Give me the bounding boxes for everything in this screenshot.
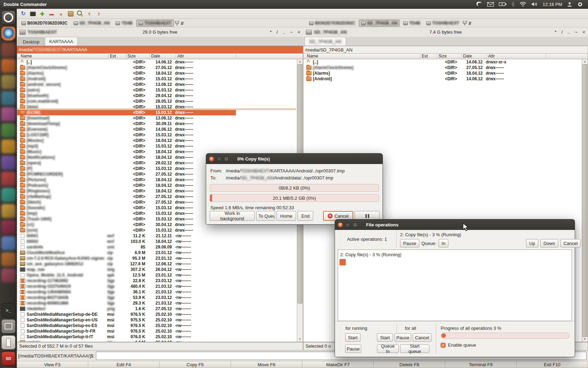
drive-button-td4b[interactable]: TD4B	[113, 20, 135, 27]
panel-shortcut[interactable]: *	[270, 29, 272, 35]
dialog-titlebar[interactable]: ✕ − ▢ File operations	[335, 219, 575, 230]
panel-shortcut[interactable]: /	[561, 29, 563, 35]
panel-shortcut[interactable]: <	[298, 29, 300, 35]
panel-shortcut[interactable]: ~	[575, 29, 578, 35]
ClockWorkModAce[interactable]: ClockWorkModAce zip 6.9 M 23.01.12 -rw--…	[17, 250, 297, 255]
down-button[interactable]: Down	[540, 239, 558, 247]
map_nav[interactable]: map_nav img 307.2 K 26.04.12 -rw-------	[17, 267, 297, 272]
add-icon[interactable]: ✚	[38, 9, 47, 18]
[Android][interactable]: [Android] <DIR> 14.06.12 drwx------	[303, 76, 582, 82]
app-launcher-icon[interactable]	[1, 75, 15, 89]
[Movies][interactable]: [Movies] <DIR> 18.04.12 drwx------	[17, 138, 297, 143]
end-button[interactable]: End	[298, 211, 313, 221]
maximize-icon[interactable]: ▢	[224, 156, 229, 162]
pause-running-button[interactable]: Pause	[345, 345, 361, 353]
user-menu-icon[interactable]	[567, 2, 572, 7]
SanDiskMediaManagerSetup-en-US[interactable]: SanDiskMediaManagerSetup-en-US msi 975.5…	[17, 317, 297, 323]
start-running-button[interactable]: Start	[345, 333, 360, 342]
maximize-icon[interactable]: ▢	[352, 222, 358, 227]
panel-shortcut[interactable]: ~	[290, 29, 293, 35]
SanDiskMediaManagerSetup-fr-FR[interactable]: SanDiskMediaManagerSetup-fr-FR msi 976.5…	[17, 328, 297, 334]
column-header-ext[interactable]: Ext	[108, 54, 126, 59]
to-queue-button[interactable]: To Queue	[256, 211, 275, 221]
[astro][interactable]: [astro] <DIR> 15.03.12 drwx------	[17, 87, 297, 93]
recording-1454480584[interactable]: recording-1454480584 3gp 36.1 K 21.03.12…	[17, 289, 297, 295]
[zzre][interactable]: [zzre] <DIR> 15.03.12 drwx------	[17, 227, 297, 233]
up-button[interactable]: Up	[526, 239, 538, 247]
app-launcher-icon[interactable]	[1, 43, 15, 57]
home-button[interactable]: Home	[276, 211, 296, 221]
function-key-button[interactable]: Move F6	[231, 361, 302, 368]
pause-all-button[interactable]: Pause	[394, 333, 411, 342]
app-launcher-icon[interactable]	[1, 188, 15, 202]
00002[interactable]: 00002 wcf 103.0 K 18.04.12 -rw-------	[17, 239, 297, 244]
function-key-button[interactable]: Copy F5	[160, 361, 231, 368]
[Alarms][interactable]: [Alarms] <DIR> 18.04.12 drwx------	[17, 70, 297, 76]
function-key-button[interactable]: Exit F10	[517, 361, 588, 368]
cm_ace_galaxyics-18082012[interactable]: cm_ace_galaxyics-18082012 zip 127.6 M 12…	[17, 261, 297, 267]
[com.maildroid][interactable]: [com.maildroid] <DIR> 28.05.12 drwx-----…	[17, 98, 297, 104]
root-shortcut[interactable]: //	[181, 21, 183, 26]
app-launcher-icon[interactable]	[1, 204, 15, 218]
app-launcher-icon[interactable]	[1, 123, 15, 137]
app-launcher-icon[interactable]	[1, 156, 15, 170]
[Alarms][interactable]: [Alarms] <DIR> 18.04.12 drwx------	[303, 70, 582, 76]
ubuntu-dash-button[interactable]	[1, 11, 15, 25]
SanDiskMediaManagerSetup-de-DE[interactable]: SanDiskMediaManagerSetup-de-DE msi 976.5…	[17, 312, 297, 317]
close-icon[interactable]: ✕	[338, 222, 343, 227]
function-key-button[interactable]: Edit F4	[88, 361, 160, 368]
up-level-icon[interactable]: ▲	[57, 9, 65, 18]
app-launcher-icon[interactable]	[1, 236, 15, 250]
network-icon[interactable]	[175, 21, 179, 26]
minimize-icon[interactable]: −	[216, 156, 222, 162]
column-header-attr[interactable]: Attr	[176, 54, 236, 59]
function-key-button[interactable]: MakeDir F7	[302, 361, 374, 368]
SanDiskMediaManagerSetup-it-IT[interactable]: SanDiskMediaManagerSetup-it-IT msi 976.0…	[17, 334, 297, 340]
column-header-date[interactable]: Date	[150, 54, 176, 59]
column-header-ext[interactable]: Ext	[420, 54, 437, 59]
drive-button-sd[interactable]: SD_7P4GB_AN	[359, 20, 400, 27]
gear-icon[interactable]	[577, 1, 583, 7]
bluetooth-icon[interactable]	[511, 2, 514, 7]
panel-tab[interactable]: SD_7P4GB_AN	[304, 37, 346, 46]
app-launcher-icon[interactable]	[1, 107, 15, 121]
volume-icon[interactable]	[531, 2, 538, 7]
sd-card-launcher-icon[interactable]: SD	[1, 352, 15, 366]
search-icon[interactable]	[76, 9, 84, 18]
queue-in-toggle[interactable]: In	[439, 239, 449, 247]
operation-list-item[interactable]: 2: Copy file(s) - 3 % (Running)	[340, 252, 572, 257]
app-launcher-icon[interactable]	[1, 220, 15, 234]
back-icon[interactable]: ‹	[85, 9, 94, 18]
panel-shortcut[interactable]: ..	[283, 29, 285, 35]
app-launcher-icon[interactable]	[1, 139, 15, 154]
terminal-screen-icon[interactable]	[28, 9, 37, 18]
operations-list[interactable]: 2: Copy file(s) - 3 % (Running)	[338, 250, 572, 321]
recording-1537549419[interactable]: recording-1537549419 3gp 480.4 K 21.03.1…	[17, 284, 297, 289]
clock[interactable]: 12:16 PM	[542, 2, 562, 7]
[LOST.DIR][interactable]: [LOST.DIR] <DIR> 15.03.12 drwx------	[17, 132, 297, 138]
panel-shortcut[interactable]: /	[276, 29, 278, 35]
sardinfo[interactable]: sardinfo xml 85 29.06.09 -rw-------	[17, 244, 297, 250]
update[interactable]: update zip 4.4 M 26.04.12 -rw-------	[17, 340, 297, 342]
column-header-date[interactable]: Date	[462, 54, 487, 59]
[Evernote][interactable]: [Evernote] <DIR> 14.06.12 drwx------	[17, 127, 297, 132]
work-in-background-button[interactable]: Work in background	[210, 211, 255, 221]
battery-icon[interactable]	[499, 2, 506, 6]
[mp3][interactable]: [mp3] <DIR> 15.03.12 drwx------	[17, 143, 297, 149]
panel-shortcut[interactable]: *	[555, 29, 556, 35]
recording-802718438[interactable]: recording-802718438 3gp 53.9 K 23.03.12 …	[17, 295, 297, 300]
wifi-icon[interactable]	[519, 2, 526, 7]
queue-in-button[interactable]: Queue In	[377, 345, 399, 353]
[bluetooth][interactable]: [bluetooth] <DIR> 29.04.12 drwx------	[17, 93, 297, 98]
drive-button-b0362[interactable]: B0362D70362D392C	[19, 20, 70, 27]
Opera_Mobile_11.5_Android[interactable]: Opera_Mobile_11.5_Android apk 12.5 M 23.…	[17, 272, 297, 278]
cancel-operation-button[interactable]: Cancel	[560, 239, 581, 247]
indicator-icon[interactable]	[475, 1, 482, 7]
[DCIM][interactable]: [DCIM] <DIR> 15.03.12 drwx------	[17, 110, 297, 115]
recording-117462892[interactable]: recording-117462892 3gp 22.8 K 23.03.12 …	[17, 278, 297, 284]
enable-queue-checkbox[interactable]: ✓	[441, 343, 446, 348]
usb-drive-launcher-icon[interactable]	[1, 335, 15, 349]
remote-window-launcher-icon[interactable]	[1, 319, 15, 333]
[Download][interactable]: [Download] <DIR> 13.06.12 drwx------	[17, 115, 297, 121]
ritedefect[interactable]: ritedefect png 1.6 K 27.05.12 -rw-------	[17, 306, 297, 312]
